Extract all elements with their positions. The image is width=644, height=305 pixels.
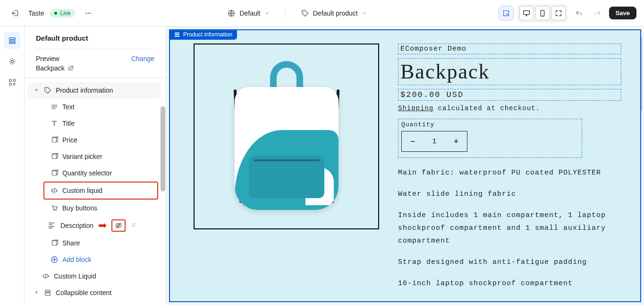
desc-line: Main fabric: waterproof PU coated POLYES… [398,166,621,179]
vendor-box[interactable]: EComposer Demo [398,44,621,54]
chevron-right-icon [33,289,40,296]
block-variant-picker[interactable]: Variant picker [48,148,161,165]
chevron-down-icon [264,10,270,16]
section-custom-liquid[interactable]: Custom Liquid [27,268,161,284]
fullscreen-view-button[interactable] [551,6,566,20]
redo-button[interactable] [590,6,605,21]
vendor-text: EComposer Demo [400,45,466,53]
cart-icon [50,204,59,212]
resource-icon [50,239,59,247]
mobile-icon [538,9,547,17]
section-tag[interactable]: Product information [169,29,237,40]
qty-decrease-button[interactable]: − [402,131,424,152]
inspect-icon [502,9,510,17]
exit-button[interactable] [8,6,23,21]
collapsible-icon [43,288,52,297]
desktop-view-button[interactable] [519,6,534,20]
shipping-link[interactable]: Shipping [398,105,433,112]
block-label: Description [60,222,93,229]
chevron-down-icon [33,87,40,93]
section-label: Product information [56,87,113,94]
locale-dropdown[interactable]: Default [223,7,273,19]
shipping-row: Shipping calculated at checkout. [398,105,621,112]
title-box[interactable]: Backpack [398,58,621,85]
block-label: Text [62,103,75,111]
sidebar-header: Default product Preview Change Backpack [25,26,166,78]
resource-icon [50,152,59,161]
section-product-recommendations[interactable]: Product recommendations [27,301,161,305]
preview-label: Preview [36,55,59,62]
block-label: Buy buttons [62,204,97,212]
block-custom-liquid[interactable]: Custom liquid [43,182,158,200]
block-buy-buttons[interactable]: Buy buttons [48,200,161,216]
price-box[interactable]: $200.00 USD [398,89,621,101]
annotation-arrow: ➡ [98,219,107,232]
desktop-icon [522,9,531,17]
svg-point-22 [134,225,135,226]
apps-rail-button[interactable] [4,74,21,91]
section-label: Collapsible content [56,289,111,296]
svg-point-17 [56,210,57,211]
settings-rail-button[interactable] [4,53,21,70]
sections-rail-button[interactable] [4,32,21,49]
preview-product[interactable]: Backpack [36,64,154,72]
desc-line: Water slide lining fabric [398,188,621,200]
block-quantity-selector[interactable]: Quantity selector [48,165,161,181]
drag-handle[interactable] [130,222,137,230]
product-details: EComposer Demo Backpack $200.00 USD Ship… [398,44,621,298]
tag-icon [301,9,309,17]
product-image[interactable] [194,44,379,229]
chevron-down-icon [362,10,367,16]
block-share[interactable]: Share [48,235,161,251]
block-price[interactable]: Price [48,132,161,148]
section-product-information[interactable]: Product information [27,82,161,98]
block-text[interactable]: Text [48,99,161,115]
add-block-button[interactable]: Add block [48,252,161,268]
svg-rect-9 [9,40,15,42]
mobile-view-button[interactable] [535,6,550,20]
block-label: Title [62,120,75,127]
svg-point-0 [86,12,87,14]
svg-rect-12 [9,79,11,82]
save-button[interactable]: Save [609,7,636,19]
product-title: Backpack [400,60,619,84]
sidebar-scrollbar[interactable] [161,106,165,192]
undo-button[interactable] [571,6,586,21]
svg-point-15 [46,88,47,89]
canvas-wrap: Product information EComposer Demo Backp… [166,26,644,305]
quantity-label: Quantity [401,121,579,128]
divider [285,8,286,19]
svg-rect-14 [9,83,11,86]
svg-rect-27 [45,293,51,295]
svg-point-4 [303,11,304,12]
redo-icon [593,9,602,17]
block-label: Price [62,136,77,144]
block-title[interactable]: Title [48,115,161,131]
change-preview-link[interactable]: Change [131,55,154,62]
sections-icon [8,36,17,45]
product-dropdown[interactable]: Default product [297,7,371,19]
title-t-icon [50,119,59,128]
desc-line: Inside includes 1 main compartment, 1 la… [398,209,621,247]
inspect-button[interactable] [499,6,514,21]
qty-increase-button[interactable]: + [445,131,467,152]
gear-icon [8,57,17,66]
live-badge: Live [50,9,75,17]
svg-point-24 [134,226,135,227]
toggle-visibility-button[interactable] [111,219,126,232]
section-collapsible-content[interactable]: Collapsible content [27,285,161,301]
quantity-box[interactable]: Quantity − 1 + [398,119,582,158]
more-button[interactable] [81,6,96,21]
svg-point-19 [132,223,133,224]
svg-point-21 [132,225,133,226]
text-lines-icon [50,103,59,111]
canvas[interactable]: Product information EComposer Demo Backp… [169,29,641,302]
exit-icon [11,9,19,17]
preview-product-name: Backpack [36,64,65,72]
svg-point-7 [542,15,542,15]
external-link-icon [68,65,74,71]
topbar: Taste Live Default Default product Save [0,0,644,26]
svg-point-11 [11,61,13,63]
block-description-row[interactable]: Description ➡ [25,217,164,235]
svg-point-20 [134,223,135,224]
